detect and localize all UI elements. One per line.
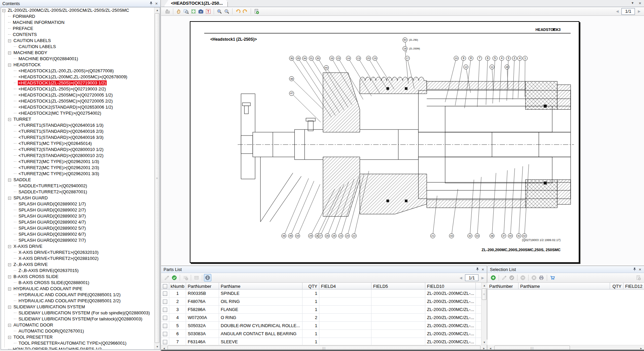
tree-item[interactable]: <TURRET2(MC TYPE)>(Q02962001 1/3)	[1, 159, 160, 165]
callout-6[interactable]: 6	[486, 56, 490, 105]
tree-collapse-icon[interactable]: −	[8, 197, 11, 200]
tree-item[interactable]: SPLASH GUARD(Q02889002 3/7)	[1, 213, 160, 219]
callout-4[interactable]: 4	[517, 56, 522, 98]
column-header[interactable]: FIELD12	[623, 283, 644, 289]
parts-table-row[interactable]: 3F58286AFLANGE1ZL-200/ZL-200MC/ZL-...	[161, 306, 481, 314]
tree-item[interactable]: SPLASH GUARD(Q02889002 2/7)	[1, 207, 160, 213]
tree-item[interactable]: AUTOMATIC DOOR(Q02767001)	[1, 328, 160, 334]
tree-item[interactable]: −SADDLE	[1, 177, 160, 183]
drawing-viewport[interactable]: HEADSTOCK P - 3 <Headstock1 (ZL-250S)> (…	[161, 16, 644, 266]
tree-item[interactable]: −MACHINE BODY	[1, 50, 160, 56]
pan-hand-icon[interactable]	[175, 8, 182, 15]
row-checkbox[interactable]	[163, 308, 167, 312]
tree-collapse-icon[interactable]: −	[8, 39, 11, 42]
tree-collapse-icon[interactable]: −	[8, 64, 11, 67]
tree-item[interactable]: −TURRET	[1, 116, 160, 122]
close-icon[interactable]: ×	[480, 267, 486, 272]
tree-item[interactable]: HYDRAULIC AND COOLANT PIPE(Q02885001 1/2…	[1, 292, 160, 298]
scroll-up-icon[interactable]: ▲	[481, 283, 487, 288]
tree-item[interactable]: X-AXIS DRIVE<TURRET1>(Q02632010)	[1, 249, 160, 256]
tree-item[interactable]: <TURRET2(STANDARD)>(Q02800010 1/2)	[1, 147, 160, 153]
row-checkbox[interactable]	[163, 332, 167, 336]
text-select-icon[interactable]: T	[205, 8, 212, 15]
tree-item[interactable]: CAUTION LABELS	[1, 44, 160, 50]
undo-icon[interactable]	[234, 8, 242, 15]
tree-item[interactable]: <TURRET2(MC TYPE)>(Q02962001 2/3)	[1, 165, 160, 171]
apply-check-icon[interactable]	[171, 274, 178, 281]
pin-icon[interactable]	[475, 267, 480, 272]
select-all-checkbox[interactable]	[161, 283, 169, 289]
tree-item[interactable]: −HYDRAULIC AND COOLANT PIPE	[1, 286, 160, 292]
tree-item[interactable]: <TURRET1(STANDARD)>(Q02640016 2/3)	[1, 128, 160, 134]
tree-item[interactable]: <HEADSTOCK1(ZL-250SMC)>(Q02720005 1/2)	[1, 92, 160, 98]
zoom-in-icon[interactable]	[216, 8, 223, 15]
tree-item[interactable]: <HEADSTOCK1(ZL-200,ZL-200S)>(Q02677008)	[1, 68, 160, 74]
tree-item[interactable]: FORWARD	[1, 13, 160, 20]
tree-item[interactable]: <TURRET2(MC TYPE)>(Q02962001 3/3)	[1, 171, 160, 177]
next-page-icon[interactable]: ►	[480, 275, 485, 280]
order-cart-icon[interactable]	[549, 274, 556, 281]
tree-item[interactable]: CONTENTS	[1, 32, 160, 38]
tree-collapse-icon[interactable]: −	[8, 245, 11, 248]
tab-list-dropdown-icon[interactable]: ▼	[630, 1, 635, 6]
column-header[interactable]: FIELD5	[371, 283, 425, 289]
tree-item[interactable]: −SLIDEWAY LUBRICATION SYSTEM	[1, 304, 160, 310]
next-page-icon[interactable]: ►	[637, 9, 641, 14]
tree-item[interactable]: −X-AXIS DRIVE	[1, 243, 160, 249]
callout-43[interactable]: 43	[449, 189, 458, 238]
tree-item[interactable]: <TURRET1(STANDARD)>(Q02640016 1/3)	[1, 122, 160, 128]
callout-5[interactable]: 5	[493, 56, 497, 104]
tree-item[interactable]: B-AXIS CROSS SLIDE(Q02888001)	[1, 280, 160, 286]
tree-item[interactable]: X-AXIS DRIVE<TURRET2>(Q02881002)	[1, 256, 160, 262]
tree-item[interactable]: <HEADSTOCK2(MC TYPE)>(Q02754002)	[1, 110, 160, 116]
info-icon[interactable]	[204, 274, 211, 281]
tree-item[interactable]: SPLASH GUARD(Q02889002 1/7)	[1, 201, 160, 207]
callout-48[interactable]: 48	[289, 76, 323, 109]
tree-item[interactable]: −CAUTION LABELS	[1, 38, 160, 44]
pin-icon[interactable]	[148, 1, 154, 6]
scroll-up-icon[interactable]: ▲	[154, 7, 160, 13]
tree-item[interactable]: SLIDEWAY LUBRICATION SYSTEM(For tailstoc…	[1, 316, 160, 322]
column-header[interactable]: PartName	[518, 283, 610, 289]
print-icon[interactable]	[538, 274, 545, 281]
callout-47[interactable]: 47	[289, 91, 321, 122]
column-header[interactable]: FIELD10	[425, 283, 476, 289]
tab-close-icon[interactable]: ×	[637, 1, 643, 6]
tree-collapse-icon[interactable]: −	[8, 287, 11, 290]
parts-table-row[interactable]: 7F63146ASLEEVE1ZL-200/ZL-200MC/ZL-...	[161, 338, 481, 345]
tree-collapse-icon[interactable]: −	[8, 275, 11, 278]
column-header[interactable]: PartNumber	[488, 283, 518, 289]
scrollbar-thumb[interactable]: ≡	[155, 13, 159, 343]
close-icon[interactable]: ×	[637, 267, 643, 272]
tree-item[interactable]: <TURRET1(STANDARD)>(Q02640016 3/3)	[1, 134, 160, 141]
tree-item[interactable]: HOW TO ORDER THE MACHINE PARTS 1/2	[1, 346, 160, 350]
column-header[interactable]: PartNumber	[186, 283, 219, 289]
parts-vscrollbar[interactable]: ▲ ≡ ▼	[481, 283, 487, 345]
tree-item[interactable]: MACHINE INFORMATION	[1, 20, 160, 26]
tree-collapse-icon[interactable]: −	[8, 306, 11, 309]
scroll-down-icon[interactable]: ▼	[481, 340, 487, 345]
parts-table-row[interactable]: 6S03083AANGULAR CONTACT BALL BEARING1ZL-…	[161, 330, 481, 338]
tree-item[interactable]: <HEADSTOCK1(ZL-200MC,ZL-200SMC)>(Q026780…	[1, 74, 160, 80]
tree-item[interactable]: MACHINE BODY(Q02884001)	[1, 56, 160, 62]
row-checkbox[interactable]	[163, 291, 167, 296]
add-note-document-icon[interactable]	[253, 8, 260, 15]
zoom-out-icon[interactable]	[223, 8, 230, 15]
column-header[interactable]: QTY	[610, 283, 623, 289]
row-checkbox[interactable]	[163, 300, 167, 304]
callout-10[interactable]: 10	[445, 56, 459, 102]
tree-item[interactable]: −HEADSTOCK	[1, 62, 160, 68]
column-header[interactable]: FIELD4	[319, 283, 371, 289]
row-checkbox[interactable]	[163, 324, 167, 328]
tree-item[interactable]: HYDRAULIC AND COOLANT PIPE(Q02885001 2/2…	[1, 298, 160, 304]
tree-collapse-icon[interactable]: −	[8, 324, 11, 327]
callout-32[interactable]: 32	[468, 180, 474, 238]
tree-item[interactable]: SPLASH GUARD(Q02889002 6/7)	[1, 231, 160, 237]
tree-item[interactable]: −TOOL PRESETTER	[1, 334, 160, 340]
callout-46[interactable]: 46	[282, 178, 309, 238]
parts-table-row[interactable]: 4W07200AO RING2ZL-200/ZL-200MC/ZL-...	[161, 314, 481, 322]
tree-item[interactable]: TOOL PRESETTER<AUTOMATIC TYPE>(Q02966001…	[1, 340, 160, 346]
fit-view-icon[interactable]	[190, 8, 197, 15]
drawing-page[interactable]: HEADSTOCK P - 3 <Headstock1 (ZL-250S)> (…	[190, 21, 579, 263]
row-checkbox[interactable]	[163, 340, 167, 344]
